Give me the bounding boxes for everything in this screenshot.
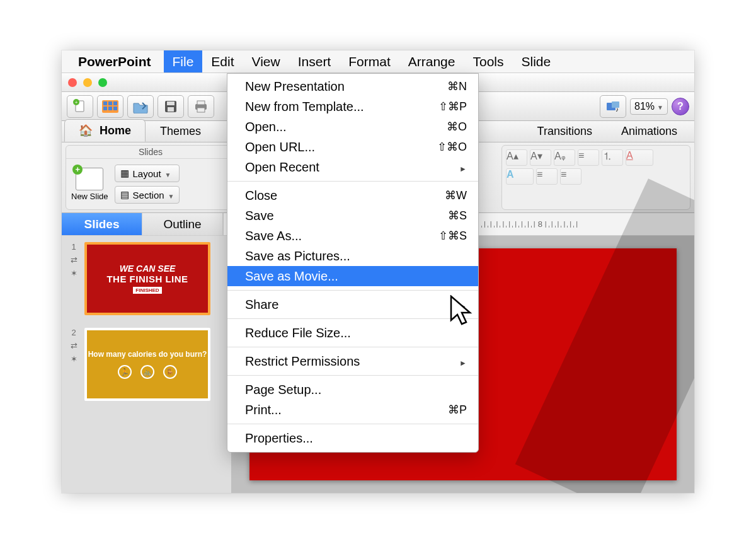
file-menu-item-open-url[interactable]: Open URL...⇧⌘O (227, 137, 478, 157)
thumbnail-1-row: 1 ⇄ ✶ WE CAN SEE THE FINISH LINE FINISHE… (67, 242, 226, 315)
svg-rect-6 (113, 101, 117, 105)
file-menu-item-page-setup[interactable]: Page Setup... (227, 379, 478, 400)
zoom-value: 81% (634, 101, 655, 112)
menu-separator (227, 375, 478, 376)
menu-item-label: Print... (245, 403, 282, 417)
svg-rect-7 (103, 107, 107, 110)
layout-label: Layout (133, 168, 161, 179)
menu-slide[interactable]: Slide (512, 50, 559, 72)
tab-transitions[interactable]: Transitions (523, 120, 607, 142)
file-menu-item-save-as-movie[interactable]: Save as Movie... (227, 266, 478, 286)
menu-item-label: Properties... (245, 431, 313, 446)
gallery-button[interactable] (97, 95, 123, 118)
menu-item-label: Reduce File Size... (245, 326, 351, 340)
increase-font-icon[interactable]: A▴ (506, 149, 527, 166)
group-title-slides: Slides (66, 146, 235, 159)
menu-item-label: Save As... (245, 229, 302, 243)
file-menu-item-new-from-template[interactable]: New from Template...⇧⌘P (227, 96, 478, 117)
menu-file[interactable]: File (164, 50, 203, 72)
svg-rect-8 (108, 107, 112, 110)
font-color-icon[interactable]: A (626, 149, 653, 166)
svg-rect-14 (197, 101, 205, 105)
menu-format[interactable]: Format (340, 50, 399, 72)
zoom-window-button[interactable] (98, 78, 107, 87)
slide-thumbnail-1[interactable]: WE CAN SEE THE FINISH LINE FINISHED (84, 242, 210, 315)
file-menu-item-new-presentation[interactable]: New Presentation⌘N (227, 76, 478, 96)
menu-item-label: Page Setup... (245, 383, 321, 397)
file-menu-item-reduce-file-size[interactable]: Reduce File Size... (227, 323, 478, 343)
menu-shortcut: ⌘O (447, 120, 467, 134)
clear-format-icon[interactable]: Aᵩ (554, 149, 575, 166)
svg-rect-4 (103, 101, 107, 105)
thumb-2-caption: How many calories do you burn? (88, 350, 207, 359)
file-menu-item-save-as[interactable]: Save As...⇧⌘S (227, 226, 478, 246)
file-menu-item-restrict-permissions[interactable]: Restrict Permissions (227, 351, 478, 371)
file-menu-item-save[interactable]: Save⌘S (227, 206, 478, 226)
menu-item-label: New from Template... (245, 100, 364, 114)
zoom-combo[interactable]: 81% (630, 98, 668, 115)
sit-icon: 🪑 (163, 365, 177, 379)
align-left-icon[interactable]: ≡ (536, 168, 558, 185)
tab-outline[interactable]: Outline (142, 213, 223, 235)
menu-shortcut: ⌘S (448, 209, 467, 223)
menu-insert[interactable]: Insert (289, 50, 340, 72)
close-window-button[interactable] (68, 78, 77, 87)
new-slide-icon (76, 168, 103, 190)
media-button[interactable]: ♪ (600, 95, 626, 118)
open-button[interactable] (127, 95, 154, 118)
new-slide-button[interactable]: New Slide (71, 168, 108, 201)
section-icon: ▤ (120, 189, 129, 200)
file-menu-item-print[interactable]: Print...⌘P (227, 400, 478, 420)
print-button[interactable] (188, 95, 214, 118)
slide-thumbnail-pane: 1 ⇄ ✶ WE CAN SEE THE FINISH LINE FINISHE… (62, 236, 232, 493)
menu-shortcut: ⇧⌘O (437, 140, 467, 154)
app-menu[interactable]: PowerPoint (78, 54, 151, 69)
file-menu-item-open-recent[interactable]: Open Recent (227, 157, 478, 177)
file-menu-item-open[interactable]: Open...⌘O (227, 117, 478, 137)
chevron-down-icon (165, 168, 171, 179)
tab-themes[interactable]: Themes (146, 120, 215, 142)
svg-rect-12 (168, 107, 174, 112)
chevron-down-icon (168, 190, 175, 200)
file-menu-item-save-as-pictures[interactable]: Save as Pictures... (227, 246, 478, 266)
menu-view[interactable]: View (243, 50, 289, 72)
tab-slides[interactable]: Slides (62, 213, 142, 235)
svg-text:♪: ♪ (616, 106, 619, 113)
menu-tools[interactable]: Tools (464, 50, 512, 72)
tab-home[interactable]: 🏠 Home (64, 119, 146, 142)
slides-group: Slides New Slide ▦ Layout ▤ Section (66, 145, 236, 210)
slide-thumbnail-2[interactable]: How many calories do you burn? 🏃 🚲 🪑 (84, 328, 210, 401)
align-center-icon[interactable]: ≡ (560, 168, 581, 185)
bullets-icon[interactable]: ≡ (578, 149, 599, 166)
menu-edit[interactable]: Edit (202, 50, 243, 72)
help-button[interactable]: ? (672, 98, 689, 115)
menu-separator (227, 424, 478, 424)
thumbnail-index: 2 (71, 328, 76, 337)
section-dropdown[interactable]: ▤ Section (115, 186, 180, 204)
menu-shortcut: ⌘P (448, 403, 467, 417)
new-document-button[interactable]: + (67, 95, 93, 118)
menu-item-label: Restrict Permissions (245, 354, 360, 369)
numbering-icon[interactable]: ⒈ (602, 149, 623, 166)
save-button[interactable] (158, 95, 184, 118)
decrease-font-icon[interactable]: A▾ (530, 149, 551, 166)
pane-tabs: Slides Outline (62, 213, 224, 235)
window-controls (68, 78, 107, 87)
minimize-window-button[interactable] (83, 78, 92, 87)
menu-separator (227, 318, 478, 319)
file-menu-item-share[interactable]: Share (227, 294, 478, 315)
menu-item-label: Open Recent (245, 160, 319, 175)
text-effects-icon[interactable]: A (506, 168, 534, 185)
menu-shortcut: ⇧⌘P (438, 100, 467, 113)
mac-menubar: PowerPoint File Edit View Insert Format … (62, 50, 694, 73)
file-menu-item-close[interactable]: Close⌘W (227, 185, 478, 206)
layout-dropdown[interactable]: ▦ Layout (115, 165, 180, 182)
menu-item-label: Share (245, 298, 278, 312)
bike-icon: 🚲 (140, 365, 154, 379)
chevron-down-icon (657, 101, 663, 112)
animation-icon: ✶ (71, 354, 77, 364)
file-menu-item-properties[interactable]: Properties... (227, 428, 478, 448)
menu-arrange[interactable]: Arrange (399, 50, 464, 72)
thumb-1-line2: THE FINISH LINE (106, 274, 188, 284)
tab-animations[interactable]: Animations (607, 120, 692, 142)
